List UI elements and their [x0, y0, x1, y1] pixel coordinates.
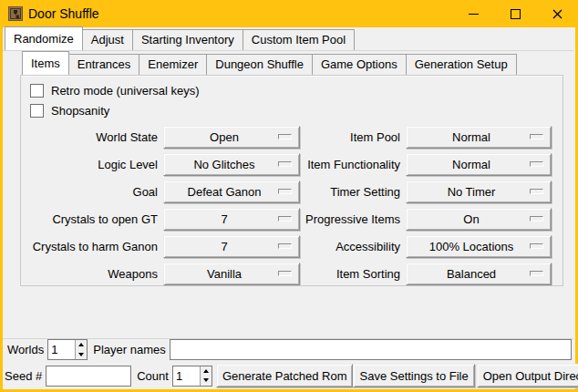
shopsanity-checkbox[interactable]	[30, 104, 44, 118]
logic-level-value: No Glitches	[193, 158, 254, 171]
options-grid: World State Open Item Pool Normal Logic …	[21, 123, 563, 287]
worlds-spin-arrows	[75, 340, 87, 359]
minimize-button[interactable]	[452, 0, 494, 27]
worlds-input[interactable]	[48, 340, 75, 359]
timer-setting-dropdown[interactable]: No Timer	[406, 181, 552, 203]
crystals-gt-dropdown[interactable]: 7	[163, 208, 300, 231]
timer-setting-value: No Timer	[448, 185, 496, 199]
item-sorting-label: Item Sorting	[305, 267, 400, 281]
goal-dropdown[interactable]: Defeat Ganon	[163, 181, 300, 203]
inner-notebook: Items Entrances Enemizer Dungeon Shuffle…	[20, 53, 563, 286]
minimize-icon	[469, 14, 479, 15]
close-button[interactable]	[536, 0, 578, 27]
tab-generation-setup[interactable]: Generation Setup	[406, 54, 517, 75]
tab-entrances[interactable]: Entrances	[68, 54, 140, 75]
accessibility-value: 100% Locations	[429, 240, 514, 253]
item-pool-dropdown[interactable]: Normal	[406, 126, 552, 149]
player-names-label: Player names	[93, 343, 165, 356]
progressive-items-dropdown[interactable]: On	[406, 208, 552, 231]
generate-patched-rom-button[interactable]: Generate Patched Rom	[216, 364, 354, 387]
accessibility-dropdown[interactable]: 100% Locations	[406, 235, 552, 258]
tab-adjust[interactable]: Adjust	[82, 29, 133, 50]
randomize-pane: Items Entrances Enemizer Dungeon Shuffle…	[3, 50, 573, 339]
tab-items[interactable]: Items	[22, 51, 69, 75]
worlds-spinbox	[47, 339, 88, 360]
shopsanity-label: Shopsanity	[51, 104, 109, 118]
logic-level-dropdown[interactable]: No Glitches	[163, 153, 300, 176]
maximize-icon	[511, 9, 521, 19]
door-shuffle-window: Door Shuffle Randomize Adjust Starting I…	[0, 0, 578, 392]
arrow-up-icon	[78, 343, 84, 346]
crystals-ganon-value: 7	[221, 240, 227, 253]
seed-row: Seed # Count Generate Patched Rom Save S…	[5, 364, 572, 387]
tab-dungeon-shuffle[interactable]: Dungeon Shuffle	[206, 54, 313, 75]
progressive-items-label: Progressive Items	[305, 212, 400, 226]
maximize-button[interactable]	[494, 0, 536, 27]
close-icon	[552, 9, 563, 19]
checkbox-block: Retro mode (universal keys) Shopsanity	[21, 76, 563, 120]
crystals-ganon-dropdown[interactable]: 7	[163, 235, 300, 258]
logic-level-label: Logic Level	[21, 158, 158, 171]
world-state-dropdown[interactable]: Open	[163, 126, 300, 149]
worlds-row: Worlds Player names	[7, 339, 572, 360]
item-sorting-value: Balanced	[447, 267, 496, 281]
client-area: Randomize Adjust Starting Inventory Cust…	[3, 27, 575, 389]
dropdown-indicator-icon	[278, 189, 292, 194]
items-pane: Retro mode (universal keys) Shopsanity W…	[20, 75, 563, 286]
tab-starting-inventory[interactable]: Starting Inventory	[132, 29, 243, 50]
count-spin-down-button[interactable]	[201, 376, 212, 386]
dropdown-indicator-icon	[530, 189, 543, 194]
count-spin-arrows	[200, 366, 212, 386]
player-names-input[interactable]	[170, 339, 572, 360]
item-pool-value: Normal	[452, 130, 490, 144]
worlds-spin-up-button[interactable]	[76, 340, 87, 350]
open-output-directory-button[interactable]: Open Output Directory	[477, 364, 578, 387]
item-functionality-value: Normal	[452, 158, 490, 171]
seed-input[interactable]	[46, 366, 131, 387]
goal-label: Goal	[21, 185, 158, 199]
item-sorting-dropdown[interactable]: Balanced	[406, 263, 552, 285]
item-functionality-dropdown[interactable]: Normal	[406, 153, 552, 176]
dropdown-indicator-icon	[530, 216, 543, 222]
tab-game-options[interactable]: Game Options	[312, 54, 407, 75]
item-pool-label: Item Pool	[305, 130, 400, 144]
worlds-spin-down-button[interactable]	[76, 350, 87, 360]
main-tabstrip: Randomize Adjust Starting Inventory Cust…	[3, 27, 575, 50]
titlebar: Door Shuffle	[0, 0, 578, 27]
save-settings-button[interactable]: Save Settings to File	[353, 364, 474, 387]
count-label: Count	[137, 369, 169, 383]
world-state-label: World State	[21, 130, 158, 144]
crystals-ganon-label: Crystals to harm Ganon	[21, 240, 158, 253]
window-title: Door Shuffle	[28, 6, 99, 21]
door-app-icon	[8, 6, 23, 21]
dropdown-indicator-icon	[278, 271, 292, 276]
retro-mode-checkbox[interactable]	[30, 84, 44, 98]
progressive-items-value: On	[463, 212, 479, 226]
tab-custom-item-pool[interactable]: Custom Item Pool	[243, 29, 355, 50]
dropdown-indicator-icon	[530, 134, 543, 139]
dropdown-indicator-icon	[530, 271, 543, 276]
tab-randomize[interactable]: Randomize	[5, 26, 83, 50]
arrow-down-icon	[78, 353, 84, 356]
window-controls	[452, 0, 578, 27]
count-spinbox	[172, 366, 212, 387]
dropdown-indicator-icon	[278, 134, 292, 139]
count-input[interactable]	[173, 366, 200, 386]
weapons-dropdown[interactable]: Vanilla	[163, 263, 300, 285]
retro-mode-row: Retro mode (universal keys)	[30, 80, 563, 100]
shopsanity-row: Shopsanity	[30, 100, 563, 120]
inner-tabstrip: Items Entrances Enemizer Dungeon Shuffle…	[20, 53, 563, 75]
count-spin-up-button[interactable]	[201, 366, 212, 377]
dropdown-indicator-icon	[278, 216, 292, 222]
dropdown-indicator-icon	[530, 161, 543, 167]
seed-label: Seed #	[5, 369, 42, 383]
dropdown-indicator-icon	[530, 243, 543, 249]
item-functionality-label: Item Functionality	[305, 158, 400, 171]
tab-enemizer[interactable]: Enemizer	[139, 54, 207, 75]
dropdown-indicator-icon	[278, 243, 292, 249]
accessibility-label: Accessibility	[305, 240, 400, 253]
crystals-gt-value: 7	[221, 212, 227, 226]
timer-setting-label: Timer Setting	[305, 185, 400, 199]
retro-mode-label: Retro mode (universal keys)	[51, 84, 200, 98]
weapons-label: Weapons	[21, 267, 158, 281]
